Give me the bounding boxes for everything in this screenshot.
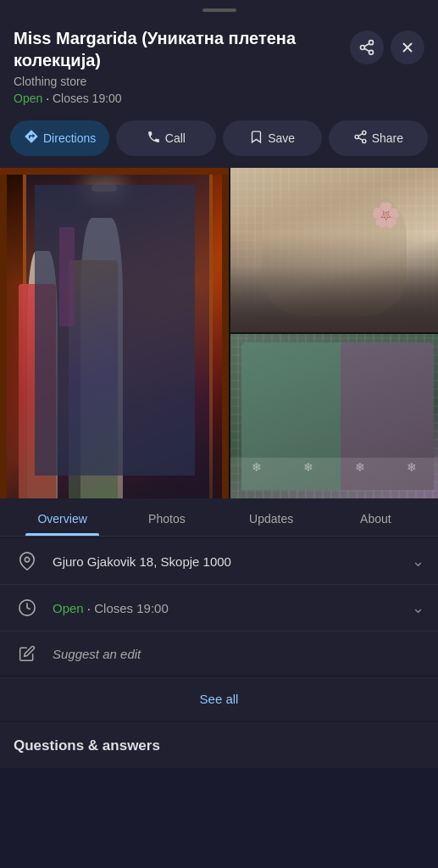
share-button[interactable] xyxy=(350,31,384,64)
see-all-button[interactable]: See all xyxy=(200,692,239,706)
directions-button[interactable]: Directions xyxy=(10,120,109,156)
svg-line-4 xyxy=(364,43,369,46)
place-status: Open · Closes 19:00 xyxy=(14,92,341,105)
photo-sweater-top[interactable]: 🌸 xyxy=(230,168,438,332)
address-text: Gjuro Gjakovik 18, Skopje 1000 xyxy=(53,554,405,569)
svg-point-12 xyxy=(25,557,30,562)
hours-sep: · xyxy=(84,601,95,615)
action-buttons: Directions Call Save Share xyxy=(0,114,438,168)
share-action-icon xyxy=(353,130,368,147)
directions-label: Directions xyxy=(43,131,96,145)
hours-text: Open · Closes 19:00 xyxy=(53,601,405,615)
hours-chevron-icon: ⌄ xyxy=(412,598,424,617)
tabs-bar: Overview Photos Updates About xyxy=(0,498,438,537)
save-icon xyxy=(249,130,263,147)
header-action-icons xyxy=(350,31,424,64)
tab-overview[interactable]: Overview xyxy=(10,498,114,536)
directions-icon xyxy=(24,129,39,147)
open-status: Open xyxy=(14,92,42,105)
clock-icon xyxy=(14,598,41,617)
suggest-edit-text: Suggest an edit xyxy=(53,647,424,661)
place-title: Miss Margarida (Уникатна плетена колекци… xyxy=(14,27,341,71)
call-label: Call xyxy=(165,131,186,145)
photo-right-column: 🌸 ❄❄❄❄ xyxy=(230,168,438,498)
svg-line-3 xyxy=(364,48,369,51)
hours-close: Closes 19:00 xyxy=(94,601,169,615)
see-all-section[interactable]: See all xyxy=(0,677,438,721)
header: Miss Margarida (Уникатна плетена колекци… xyxy=(0,17,438,114)
header-text: Miss Margarida (Уникатна плетена колекци… xyxy=(14,27,350,105)
tab-about[interactable]: About xyxy=(324,498,428,536)
qa-section: Questions & answers xyxy=(0,722,438,768)
tab-photos[interactable]: Photos xyxy=(114,498,219,536)
tab-updates[interactable]: Updates xyxy=(219,498,324,536)
call-icon xyxy=(147,130,161,147)
save-button[interactable]: Save xyxy=(223,120,322,156)
close-button[interactable] xyxy=(391,31,424,64)
hours-open: Open xyxy=(53,601,84,615)
drag-bar xyxy=(0,0,438,17)
info-section: Gjuro Gjakovik 18, Skopje 1000 ⌄ Open · … xyxy=(0,538,438,676)
address-chevron-icon: ⌄ xyxy=(412,552,424,570)
address-row[interactable]: Gjuro Gjakovik 18, Skopje 1000 ⌄ xyxy=(0,538,438,585)
qa-title: Questions & answers xyxy=(14,737,424,754)
svg-line-10 xyxy=(358,137,363,140)
status-separator: · xyxy=(42,92,53,105)
share-action-button[interactable]: Share xyxy=(329,120,428,156)
photo-sweater-bottom[interactable]: ❄❄❄❄ xyxy=(230,334,438,498)
save-label: Save xyxy=(268,131,295,145)
suggest-edit-row[interactable]: Suggest an edit xyxy=(0,632,438,676)
location-icon xyxy=(14,552,41,570)
closing-time: Closes 19:00 xyxy=(53,92,122,105)
call-button[interactable]: Call xyxy=(116,120,215,156)
hours-row[interactable]: Open · Closes 19:00 ⌄ xyxy=(0,585,438,632)
photo-main[interactable] xyxy=(0,168,229,498)
svg-line-11 xyxy=(358,133,363,136)
edit-icon xyxy=(14,645,41,662)
place-category: Clothing store xyxy=(14,75,341,88)
share-label: Share xyxy=(372,131,403,145)
photo-grid[interactable]: 🌸 ❄❄❄❄ xyxy=(0,168,438,498)
